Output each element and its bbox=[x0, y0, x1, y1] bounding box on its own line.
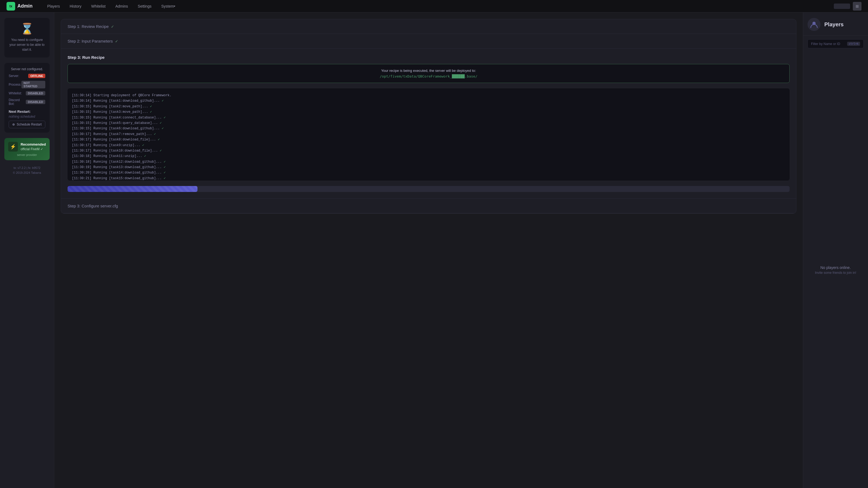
logo-text: Admin bbox=[18, 3, 33, 9]
hourglass-icon: ⌛ bbox=[20, 23, 34, 34]
step2-header: Step 2: Input Parameters ✓ bbox=[61, 34, 796, 48]
whitelist-row: Whitelist: DISABLED bbox=[9, 91, 45, 95]
log-line: [11:30:18] Running [task11:unzip]... ✓ bbox=[72, 154, 785, 159]
log-line: [11:30:17] Running [task7:remove_path]..… bbox=[72, 131, 785, 137]
next-restart-label: Next Restart: bbox=[9, 109, 45, 113]
log-line: [11:30:15] Running [task5:query_database… bbox=[72, 120, 785, 126]
zap-subtitle: official FiveM ✓ bbox=[21, 147, 43, 151]
step2-label: Step 2: Input Parameters bbox=[67, 39, 113, 43]
discord-label: Discord Bot: bbox=[9, 98, 26, 106]
step1-header: Step 1: Review Recipe ✓ bbox=[61, 19, 796, 34]
log-line: [11:30:18] Running [task12:download_gith… bbox=[72, 159, 785, 165]
players-search-shortcut: ctrl+k bbox=[847, 42, 860, 46]
next-restart-value: nothing scheduled bbox=[9, 115, 45, 119]
nav-settings[interactable]: Settings bbox=[133, 0, 156, 12]
log-line: [11:30:17] Running [task8:download_file]… bbox=[72, 137, 785, 142]
logo-icon: tx bbox=[6, 2, 15, 10]
server-status-message: You need to configure your server to be … bbox=[9, 37, 45, 52]
log-line: [11:30:15] Running [task4:connect_databa… bbox=[72, 115, 785, 120]
players-avatar-icon bbox=[807, 18, 820, 31]
zap-banner[interactable]: ⚡ Recommended official FiveM ✓ server pr… bbox=[4, 138, 50, 160]
topnav: tx Admin Players History Whitelist Admin… bbox=[0, 0, 868, 12]
log-line: [11:30:21] Running [task15:download_gith… bbox=[72, 176, 785, 181]
progress-bar-fill bbox=[67, 186, 197, 192]
logo[interactable]: tx Admin bbox=[6, 2, 33, 10]
zap-title: Recommended bbox=[21, 142, 46, 147]
layout: ⌛ You need to configure your server to b… bbox=[0, 12, 868, 488]
deploy-path: /opt/fivem/txData/QBCoreFramework_██████… bbox=[74, 74, 783, 78]
server-config-title: Server not configured. bbox=[9, 67, 45, 71]
nav-whitelist[interactable]: Whitelist bbox=[86, 0, 111, 12]
players-search-placeholder: Filter by Name or ID bbox=[811, 42, 840, 46]
discord-row: Discord Bot: DISABLED bbox=[9, 98, 45, 106]
players-empty-subtitle: Invite some friends to join in! bbox=[815, 271, 856, 274]
log-line: [11:30:17] Running [task10:download_file… bbox=[72, 148, 785, 154]
step4-header: Step 3: Configure server.cfg bbox=[61, 199, 796, 214]
footer-copyright: © 2019-2024 Tabarra bbox=[4, 170, 50, 175]
discord-badge: DISABLED bbox=[26, 100, 45, 104]
sidebar-footer: tx: v7.2.2 | fx: b9572 © 2019-2024 Tabar… bbox=[4, 166, 50, 175]
zap-logo-icon: ⚡ bbox=[8, 142, 18, 152]
players-search-bar[interactable]: Filter by Name or ID ctrl+k bbox=[807, 39, 864, 48]
players-empty-state: No players online. Invite some friends t… bbox=[803, 52, 868, 488]
nav-history[interactable]: History bbox=[65, 0, 87, 12]
deploy-message: Your recipe is being executed, the serve… bbox=[74, 69, 783, 73]
steps-container: Step 1: Review Recipe ✓ Step 2: Input Pa… bbox=[61, 19, 796, 214]
log-line: [11:30:17] Running [task9:unzip]... ✓ bbox=[72, 142, 785, 148]
nav-players[interactable]: Players bbox=[42, 0, 65, 12]
step3-header: Step 3: Run Recipe bbox=[67, 55, 789, 64]
restart-section: Next Restart: nothing scheduled ⊕ Schedu… bbox=[9, 109, 45, 128]
process-badge: NOT STARTED bbox=[22, 81, 45, 88]
players-empty-title: No players online. bbox=[820, 265, 850, 270]
zap-text: Recommended official FiveM ✓ bbox=[21, 142, 46, 152]
step3-body: Step 3: Run Recipe Your recipe is being … bbox=[61, 48, 796, 199]
log-line: [11:30:19] Running [task13:download_gith… bbox=[72, 165, 785, 170]
log-line: [11:30:14] Running [task1:download_githu… bbox=[72, 98, 785, 104]
players-title: Players bbox=[824, 22, 844, 28]
server-status-card: ⌛ You need to configure your server to b… bbox=[4, 18, 50, 58]
server-label: Server: bbox=[9, 74, 19, 78]
whitelist-badge: DISABLED bbox=[26, 91, 45, 95]
step1-check: ✓ bbox=[111, 24, 114, 29]
main-content: Step 1: Review Recipe ✓ Step 2: Input Pa… bbox=[54, 12, 803, 488]
step1-label: Step 1: Review Recipe bbox=[67, 24, 109, 29]
deploy-info-box: Your recipe is being executed, the serve… bbox=[67, 64, 789, 83]
nav-avatar[interactable]: ▦ bbox=[853, 2, 862, 10]
log-line: [11:30:20] Running [task14:download_gith… bbox=[72, 170, 785, 175]
zap-tagline: server provider bbox=[17, 153, 37, 156]
step2-check: ✓ bbox=[115, 39, 118, 43]
step4-label: Step 3: Configure server.cfg bbox=[67, 204, 118, 208]
nav-system[interactable]: System bbox=[156, 0, 180, 12]
progress-stripes bbox=[67, 186, 197, 192]
plus-icon: ⊕ bbox=[12, 123, 15, 126]
schedule-restart-button[interactable]: ⊕ Schedule Restart bbox=[9, 121, 45, 128]
process-label: Process: bbox=[9, 83, 22, 87]
log-line: [11:30:15] Running [task6:download_githu… bbox=[72, 126, 785, 131]
server-badge: OFFLINE bbox=[28, 74, 45, 78]
nav-right: ▦ bbox=[834, 2, 862, 10]
right-sidebar: Players Filter by Name or ID ctrl+k No p… bbox=[803, 12, 868, 488]
footer-version: tx: v7.2.2 | fx: b9572 bbox=[4, 166, 50, 170]
progress-bar-bg: 18% bbox=[67, 186, 789, 192]
step3-run-label: Step 3: Run Recipe bbox=[67, 55, 105, 60]
schedule-restart-label: Schedule Restart bbox=[17, 123, 41, 126]
log-line: [11:30:14] Starting deployment of QBCore… bbox=[72, 93, 785, 98]
log-line: [11:30:15] Running [task3:move_path]... … bbox=[72, 109, 785, 115]
progress-container: 18% bbox=[67, 186, 789, 192]
left-sidebar: ⌛ You need to configure your server to b… bbox=[0, 12, 54, 488]
server-config-card: Server not configured. Server: OFFLINE P… bbox=[4, 63, 50, 133]
zap-logo-row: ⚡ Recommended official FiveM ✓ bbox=[8, 142, 46, 152]
log-box[interactable]: [11:30:14] Starting deployment of QBCore… bbox=[67, 88, 789, 181]
players-header: Players bbox=[803, 12, 868, 35]
server-row: Server: OFFLINE bbox=[9, 74, 45, 78]
log-line: [11:30:15] Running [task2:move_path]... … bbox=[72, 104, 785, 109]
whitelist-label: Whitelist: bbox=[9, 91, 22, 95]
nav-user-bar bbox=[834, 3, 850, 9]
nav-admins[interactable]: Admins bbox=[111, 0, 133, 12]
process-row: Process: NOT STARTED bbox=[9, 81, 45, 88]
